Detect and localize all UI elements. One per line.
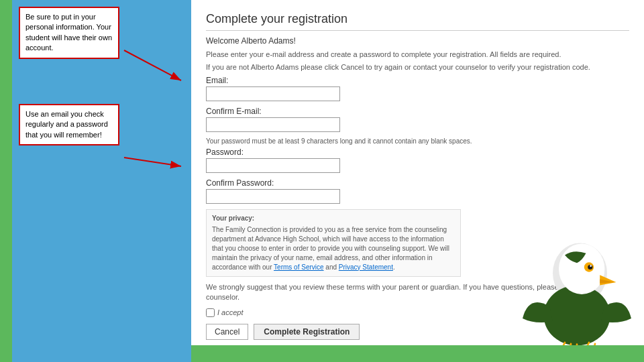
left-panel: Be sure to put in your personal informat… — [0, 0, 191, 362]
confirm-password-group: Confirm Password: — [206, 178, 629, 204]
confirm-email-label: Confirm E-mail: — [206, 107, 629, 116]
annotation-2-text: Use an email you check regularly and a p… — [25, 110, 108, 139]
accept-label: I accept — [217, 308, 244, 316]
svg-line-2 — [124, 50, 181, 80]
confirm-email-group: Confirm E-mail: — [206, 107, 629, 132]
email-group: Email: — [206, 76, 629, 101]
svg-line-3 — [124, 158, 181, 166]
confirm-password-input[interactable] — [206, 189, 340, 204]
password-label: Password: — [206, 147, 629, 157]
right-panel: Complete your registration Welcome Alber… — [191, 0, 644, 362]
cancel-button[interactable]: Cancel — [206, 324, 248, 340]
info-text-1: Please enter your e-mail address and cre… — [206, 50, 629, 60]
email-label: Email: — [206, 76, 629, 85]
form-title: Complete your registration — [206, 12, 629, 31]
info-text-2: If you are not Alberto Adams please clic… — [206, 62, 629, 72]
welcome-text: Welcome Alberto Adams! — [206, 36, 629, 46]
green-left-strip — [0, 0, 12, 362]
accept-checkbox[interactable] — [206, 308, 215, 317]
eagle-mascot — [517, 228, 637, 349]
privacy-title: Your privacy: — [212, 214, 455, 223]
password-hint: Your password must be at least 9 charact… — [206, 137, 629, 145]
annotation-box-1: Be sure to put in your personal informat… — [19, 7, 119, 59]
confirm-email-input[interactable] — [206, 117, 340, 132]
email-input[interactable] — [206, 86, 340, 101]
password-input[interactable] — [206, 158, 340, 173]
privacy-text: The Family Connection is provided to you… — [212, 225, 455, 272]
svg-point-6 — [559, 243, 604, 294]
annotation-box-2: Use an email you check regularly and a p… — [19, 104, 119, 145]
eagle-svg — [517, 228, 637, 349]
confirm-password-label: Confirm Password: — [206, 178, 629, 188]
annotation-1-text: Be sure to put in your personal informat… — [25, 13, 112, 52]
complete-registration-button[interactable]: Complete Registration — [254, 324, 360, 340]
green-bottom-strip — [191, 345, 644, 362]
privacy-link[interactable]: Privacy Statement — [339, 263, 393, 271]
svg-point-9 — [590, 265, 592, 267]
password-group: Password: — [206, 147, 629, 173]
terms-link[interactable]: Terms of Service — [274, 263, 323, 271]
svg-point-5 — [544, 286, 610, 346]
privacy-section: Your privacy: The Family Connection is p… — [206, 209, 461, 277]
